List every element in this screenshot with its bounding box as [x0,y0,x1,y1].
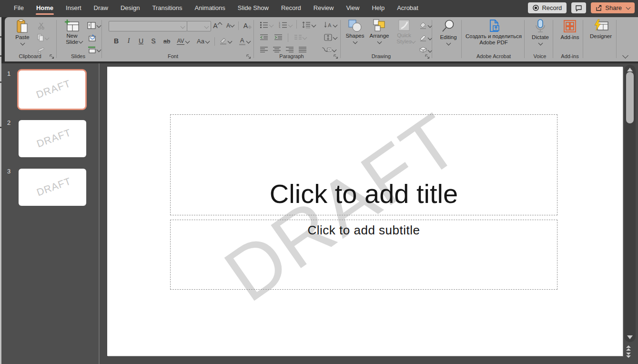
menu-tab-slideshow[interactable]: Slide Show [232,0,275,16]
vertical-scrollbar-thumb[interactable] [626,72,634,123]
character-spacing-button[interactable]: AV [174,36,192,46]
numbering-button[interactable]: 123 [277,20,294,30]
menu-tab-help[interactable]: Help [365,0,391,16]
columns-button[interactable] [292,32,309,42]
font-dialog-launcher-icon[interactable] [246,54,252,60]
text-direction-caret[interactable] [333,22,338,27]
editing-caret[interactable] [446,41,451,46]
section-caret[interactable] [96,47,101,52]
decrease-indent-button[interactable] [258,32,270,42]
dictate-button[interactable]: Dictate [528,19,553,45]
addins-button[interactable]: Add-ins [557,19,583,40]
scroll-up-arrow[interactable] [627,68,633,71]
underline-button[interactable]: U [136,36,146,46]
bullets-button[interactable] [258,20,274,30]
share-dropdown-caret[interactable] [626,5,631,10]
next-slide-button[interactable] [626,353,631,358]
increase-indent-button[interactable] [273,32,284,42]
text-direction-button[interactable]: A [321,20,339,30]
convert-to-smartart-button[interactable] [318,45,339,54]
clipboard-dialog-launcher-icon[interactable] [50,54,55,60]
menu-tab-transitions[interactable]: Transitions [146,0,188,16]
strikethrough-button[interactable]: ab [161,36,172,46]
font-size-caret[interactable] [204,24,209,29]
slide-2-thumbnail[interactable]: DRAFT [19,120,86,157]
character-spacing-caret[interactable] [185,39,190,43]
title-placeholder[interactable]: Click to add title [170,114,557,215]
slide-3-thumbnail[interactable]: DRAFT [19,169,86,206]
text-shadow-button[interactable]: S [149,36,158,46]
designer-button[interactable]: Designer [586,19,616,40]
align-center-button[interactable] [271,45,283,54]
menu-tab-animations[interactable]: Animations [189,0,232,16]
previous-slide-button[interactable] [626,345,631,351]
scroll-down-arrow[interactable] [627,335,633,339]
menu-tab-draw[interactable]: Draw [88,0,114,16]
copy-dropdown-caret[interactable] [45,35,50,40]
record-button[interactable]: Record [528,2,567,13]
slide-layout-caret[interactable] [97,23,101,28]
quick-styles-button[interactable]: Quick Styles [393,19,415,43]
slide[interactable]: DRAFT Click to add title Click to add su… [107,67,623,356]
subtitle-placeholder[interactable]: Click to add subtitle [170,220,557,290]
menu-tab-view[interactable]: View [340,0,365,16]
menu-tab-home[interactable]: Home [30,0,60,16]
font-color-caret[interactable] [246,39,251,43]
line-spacing-button[interactable] [300,20,317,30]
font-name-caret[interactable] [181,24,185,29]
menu-tab-acrobat[interactable]: Acrobat [391,0,425,16]
justify-button[interactable] [297,45,308,54]
section-button[interactable] [86,45,102,54]
change-case-button[interactable]: Aa [194,36,212,46]
comments-button[interactable] [571,2,586,13]
text-highlight-button[interactable] [217,36,233,46]
share-button[interactable]: Share [591,2,635,13]
text-highlight-caret[interactable] [228,39,233,43]
numbering-caret[interactable] [288,22,293,27]
shrink-font-button[interactable]: A [224,21,236,30]
font-name-combobox[interactable] [109,21,187,31]
format-painter-button[interactable] [36,45,46,54]
menu-tab-record[interactable]: Record [275,0,307,16]
font-color-button[interactable]: A [236,36,253,46]
shapes-button[interactable]: Shapes [344,19,366,43]
editing-button[interactable]: Editing [436,19,460,45]
align-left-button[interactable] [258,45,270,54]
line-spacing-caret[interactable] [312,22,316,27]
slide-layout-button[interactable] [86,20,102,30]
columns-caret[interactable] [303,35,307,40]
clear-formatting-button[interactable]: A [241,21,253,30]
menu-tab-review[interactable]: Review [307,0,340,16]
align-text-caret[interactable] [333,35,337,40]
dictate-caret[interactable] [538,41,543,46]
collapse-ribbon-chevron-icon[interactable] [622,52,628,59]
shape-outline-button[interactable] [417,33,434,42]
copy-button[interactable] [35,33,51,42]
paste-dropdown-caret[interactable] [20,41,25,46]
bullets-caret[interactable] [269,22,274,27]
create-adobe-pdf-button[interactable]: Создать и поделиться Adobe PDF [464,19,523,46]
bold-button[interactable]: B [111,36,121,46]
shapes-caret[interactable] [353,40,357,44]
smartart-caret[interactable] [332,47,337,52]
cut-button[interactable] [36,21,46,30]
menu-tab-insert[interactable]: Insert [60,0,88,16]
align-text-button[interactable] [321,32,339,42]
arrange-caret[interactable] [377,40,382,44]
italic-button[interactable]: I [124,36,133,46]
paste-button[interactable]: Paste [11,19,33,45]
menu-tab-design[interactable]: Design [114,0,146,16]
arrange-button[interactable]: Arrange [367,19,392,43]
new-slide-button[interactable]: New Slide [59,19,85,43]
drawing-dialog-launcher-icon[interactable] [425,54,431,60]
grow-font-button[interactable]: A [212,21,223,30]
slide-1-thumbnail[interactable]: DRAFT [17,69,87,110]
menu-tab-file[interactable]: File [8,0,30,16]
shape-fill-button[interactable] [417,20,434,30]
align-right-button[interactable] [284,45,295,54]
font-size-combobox[interactable] [187,21,211,31]
reset-slide-button[interactable] [87,33,96,42]
paragraph-dialog-launcher-icon[interactable] [334,54,339,60]
change-case-caret[interactable] [205,39,210,43]
shape-effects-button[interactable] [417,45,434,55]
